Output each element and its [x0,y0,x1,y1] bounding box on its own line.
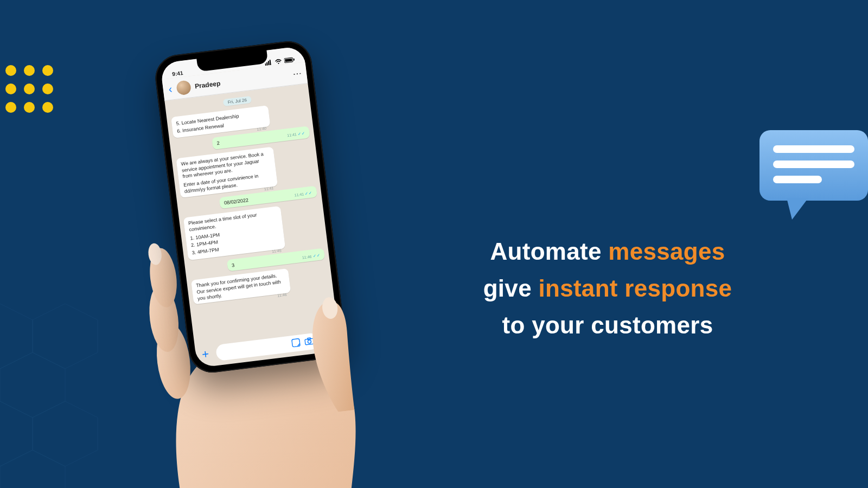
read-ticks-icon: ✓✓ [297,131,305,137]
svg-point-12 [146,284,182,354]
back-icon[interactable]: ‹ [168,83,173,96]
svg-rect-18 [270,60,271,65]
microphone-icon[interactable] [322,333,336,345]
message-in: We are always at your service. Book a se… [176,147,277,198]
message-in: Please select a time slot of your convin… [183,206,285,260]
phone-screen: 9:41 ‹ Pradeep ⋮ Fri, Jul 26 5. Locate N… [160,46,341,368]
svg-point-14 [147,242,163,266]
svg-rect-27 [327,334,331,341]
sticker-icon[interactable] [291,338,301,349]
phone-mockup: 9:41 ‹ Pradeep ⋮ Fri, Jul 26 5. Locate N… [152,38,348,375]
svg-rect-22 [293,59,295,61]
battery-icon [284,57,295,63]
status-time: 9:41 [172,70,183,77]
message-timestamp: 11:46✓✓ [302,253,321,260]
hand-holding-phone: 9:41 ‹ Pradeep ⋮ Fri, Jul 26 5. Locate N… [72,33,406,488]
message-timestamp: 11:45 [272,248,282,254]
message-in: Thank you for confirming your details. O… [191,268,291,305]
contact-name[interactable]: Pradeep [194,79,221,90]
read-ticks-icon: ✓✓ [312,253,321,259]
headline-part1: Automate [490,238,608,265]
headline-part3: to your customers [502,312,713,338]
svg-marker-2 [0,352,65,418]
svg-rect-8 [773,145,854,153]
message-timestamp: 11:41✓✓ [294,190,313,198]
svg-marker-4 [33,401,98,466]
headline-accent1: messages [608,238,725,265]
message-line: 08/02/2022 [224,197,248,205]
svg-point-13 [147,247,180,309]
message-timestamp: 11:46 [277,292,288,298]
svg-rect-10 [773,176,822,183]
wifi-icon [274,58,282,65]
headline-part2: give [483,275,539,301]
message-line: Thank you for confirming your details. O… [196,272,286,302]
read-ticks-icon: ✓✓ [305,190,313,196]
message-line: 2 [216,140,220,146]
svg-marker-1 [33,304,98,369]
chat-body: Fri, Jul 26 5. Locate Nearest Dealership… [164,84,337,344]
svg-marker-3 [0,401,33,466]
dot-grid-decoration [5,65,53,113]
date-chip: Fri, Jul 26 [223,96,251,106]
chat-bubble-icon [749,125,868,235]
svg-point-25 [308,339,311,343]
svg-rect-21 [285,59,292,62]
svg-point-19 [278,63,279,64]
camera-icon[interactable] [304,337,315,347]
svg-marker-7 [787,198,808,220]
attach-plus-icon[interactable]: + [199,347,213,362]
message-timestamp: 11:41✓✓ [287,131,306,139]
svg-marker-5 [0,450,65,488]
svg-rect-17 [268,61,270,65]
marketing-headline: Automate messages give instant response … [407,233,808,344]
svg-marker-0 [0,304,33,369]
headline-accent2: instant response [538,275,732,301]
svg-rect-9 [773,160,854,168]
message-line: 3 [232,262,235,268]
avatar[interactable] [176,80,192,95]
message-timestamp: 11:41 [264,185,274,191]
svg-rect-23 [292,338,301,347]
svg-rect-16 [266,62,268,66]
svg-rect-15 [265,63,266,66]
more-options-icon[interactable]: ⋮ [295,69,299,78]
